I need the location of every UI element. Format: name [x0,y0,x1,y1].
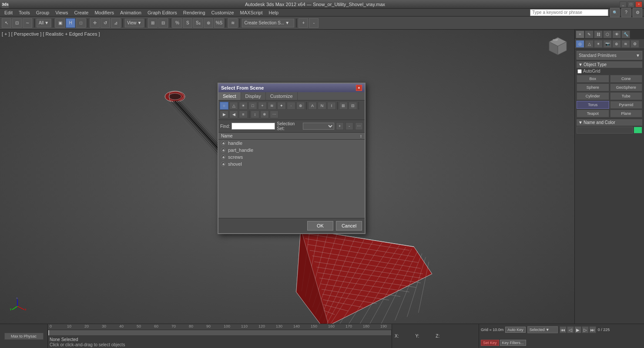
dialog-tab-select[interactable]: Select [218,92,241,100]
dt-freeze[interactable]: ❄ [260,110,269,118]
sel-set-add[interactable]: + [336,122,344,130]
menu-customize[interactable]: Customize [209,10,237,16]
part-handle-radio[interactable] [221,148,225,152]
cameras-subtab[interactable]: 📷 [603,40,612,48]
step-back-btn[interactable]: ◁ [567,326,574,333]
modify-tab[interactable]: ✎ [585,30,594,38]
step-forward-btn[interactable]: ▷ [582,326,589,333]
object-name-input[interactable] [577,127,633,134]
dt-bone-filter[interactable]: ✦ [277,102,286,110]
select-from-scene-dialog[interactable]: Select From Scene × Select Display Custo… [218,83,366,234]
object-row-part-handle[interactable]: part_handle [218,147,365,154]
rotate-btn[interactable]: ↺ [101,18,110,28]
dt-display-all[interactable]: ⊞ [339,102,348,110]
scale-btn[interactable]: ⊿ [111,18,121,28]
dt-circle-filter[interactable]: ○ [220,102,228,110]
helpers-subtab[interactable]: ⊕ [612,40,621,48]
dt-display-none[interactable]: ⊟ [349,102,357,110]
menu-maxscript[interactable]: MAXScript [238,10,265,16]
snap2d-btn[interactable]: S₂ [193,18,203,28]
cone-btn[interactable]: Cone [610,75,643,83]
select-btn[interactable]: ▣ [55,18,65,28]
help-icon[interactable]: ? [621,8,631,17]
pyramid-btn[interactable]: Pyramid [610,101,643,109]
geometry-subtab[interactable]: ◎ [576,40,584,48]
menu-tools[interactable]: Tools [16,10,33,16]
lights-subtab[interactable]: ☀ [594,40,603,48]
motion-tab[interactable]: ⬡ [603,30,612,38]
set-key-btn[interactable]: Set Key [481,340,499,346]
select-region-btn[interactable]: ⊡ [12,18,22,28]
object-row-handle[interactable]: handle [218,140,365,147]
dt-none-types[interactable]: N [318,102,326,110]
settings-icon[interactable]: ⚙ [633,8,642,17]
remove-sel-btn[interactable]: - [309,18,319,28]
dt-helper-filter[interactable]: + [258,102,267,110]
menu-animation[interactable]: Animation [117,10,144,16]
angle-snap-btn[interactable]: ⊛ [204,18,213,28]
spacewarps-subtab[interactable]: ≋ [621,40,630,48]
minimize-button[interactable]: _ [620,1,627,7]
find-input[interactable] [231,123,275,130]
snap-btn[interactable]: S [183,18,192,28]
sphere-btn[interactable]: Sphere [577,84,609,91]
max-to-physac-btn[interactable]: Max to Physac [4,333,44,340]
dt-expand[interactable]: ▶ [220,110,228,118]
tube-btn[interactable]: Tube [610,92,643,100]
ok-button[interactable]: OK [307,221,333,231]
menu-views[interactable]: Views [53,10,70,16]
dt-collapse[interactable]: ◀ [229,110,238,118]
systems-subtab[interactable]: ⚙ [631,40,639,48]
search-icon[interactable]: 🔍 [610,8,620,17]
dialog-tab-display[interactable]: Display [241,92,266,100]
auto-key-btn[interactable]: Auto Key [505,327,526,333]
sel-set-remove[interactable]: - [345,122,353,130]
timeline-bar[interactable] [48,330,392,336]
curve-editor-btn[interactable]: ≋ [228,18,238,28]
shovel-radio[interactable] [221,162,225,166]
dialog-close-button[interactable]: × [356,85,362,91]
dialog-tab-customize[interactable]: Customize [266,92,298,100]
move-btn[interactable]: ✛ [90,18,100,28]
key-filters-btn[interactable]: Key Filters... [500,340,526,346]
percent-snap-btn[interactable]: %S [214,18,224,28]
dt-invert[interactable]: I [327,102,336,110]
handle-radio[interactable] [221,141,225,145]
select-object-btn[interactable]: ↖ [2,18,11,28]
percent-btn[interactable]: % [172,18,182,28]
color-swatch[interactable] [634,127,642,134]
select-by-name-btn[interactable]: H [66,18,75,28]
plane-btn[interactable]: Plane [610,110,643,117]
torus-btn[interactable]: Torus [577,101,609,109]
utilities-tab[interactable]: 🔧 [621,30,630,38]
named-sel-btn[interactable]: + [299,18,308,28]
align-btn[interactable]: ⊟ [158,18,168,28]
create-tab[interactable]: + [576,30,584,38]
dt-light-filter[interactable]: ☀ [239,102,248,110]
menu-rendering[interactable]: Rendering [181,10,208,16]
menu-create[interactable]: Create [71,10,91,16]
cylinder-btn[interactable]: Cylinder [577,92,609,100]
dt-list-view[interactable]: ≡ [239,110,248,118]
dt-spacewarp-filter[interactable]: ≋ [268,102,276,110]
menu-group[interactable]: Group [34,10,52,16]
selected-dropdown[interactable]: Selected ▼ [527,326,558,333]
menu-modifiers[interactable]: Modifiers [92,10,117,16]
search-input[interactable] [530,9,608,16]
display-tab[interactable]: 👁 [612,30,621,38]
selection-filter-dropdown[interactable]: All ▼ [37,19,51,27]
geosphere-btn[interactable]: GeoSphere [610,84,643,91]
object-row-screws[interactable]: screws [218,154,365,161]
menu-edit[interactable]: Edit [2,10,15,16]
close-button[interactable]: × [635,1,642,7]
menu-graph-editors[interactable]: Graph Editors [145,10,180,16]
box-btn[interactable]: Box [577,75,609,83]
menu-help[interactable]: Help [266,10,282,16]
shapes-subtab[interactable]: △ [585,40,594,48]
freeform-select-btn[interactable]: ∼ [23,18,32,28]
primitives-dropdown[interactable]: Standard Primitives ▼ [577,51,642,60]
dt-more[interactable]: ⋯ [270,110,278,118]
prev-frame-btn[interactable]: ⏮ [560,326,567,333]
mirror-btn[interactable]: ⊞ [148,18,158,28]
screws-radio[interactable] [221,155,225,159]
